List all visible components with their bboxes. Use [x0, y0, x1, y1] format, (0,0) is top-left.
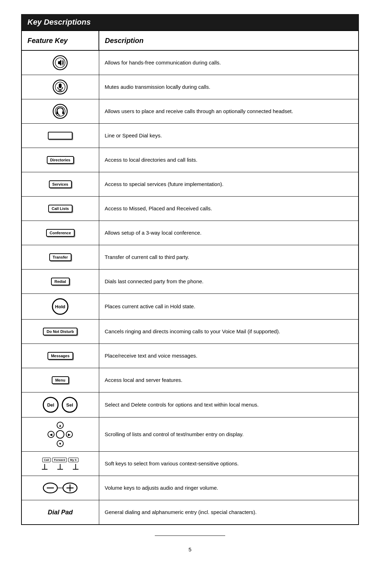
svg-point-26	[56, 431, 64, 438]
feature-key-mute	[21, 75, 99, 99]
svg-text:Hold: Hold	[55, 304, 65, 309]
desc-volume: Volume keys to adjusts audio and ringer …	[99, 476, 359, 500]
svg-text:Del: Del	[47, 402, 54, 408]
table-row: Conference Allows setup of a 3-way local…	[21, 221, 359, 245]
navigation-icon: ▲ ▼ ◀ ▶	[48, 422, 73, 447]
del-icon: Del	[43, 397, 59, 413]
svg-rect-11	[62, 111, 64, 114]
mute-icon	[52, 79, 68, 95]
desc-dialpad: General dialing and alphanumeric entry (…	[99, 500, 359, 525]
table-row: Transfer Transfer of current call to thi…	[21, 245, 359, 270]
svg-text:▲: ▲	[58, 423, 62, 427]
desc-mute: Mutes audio transmission locally during …	[99, 75, 359, 99]
desc-redial: Dials last connected party from the phon…	[99, 270, 359, 294]
key-descriptions-table: Feature Key Description	[21, 30, 359, 525]
desc-softkeys: Soft keys to select from various context…	[99, 452, 359, 476]
desc-directories: Access to local directories and call lis…	[99, 148, 359, 172]
feature-key-redial: Redial	[21, 270, 99, 294]
desc-del-sel: Select and Delete controls for options a…	[99, 392, 359, 417]
feature-key-directories: Directories	[21, 148, 99, 172]
calllists-key-icon: Call Lists	[48, 205, 72, 212]
table-row: ▲ ▼ ◀ ▶	[21, 417, 359, 452]
sel-icon: Sel	[62, 397, 78, 413]
svg-text:◀: ◀	[50, 433, 52, 437]
headset-icon	[52, 104, 68, 119]
redial-key-icon: Redial	[51, 278, 70, 285]
svg-marker-2	[58, 60, 61, 66]
svg-text:Sel: Sel	[66, 402, 73, 408]
table-row: Menu Access local and server features.	[21, 368, 359, 392]
feature-key-messages: Messages	[21, 344, 99, 368]
footer-divider	[155, 536, 225, 536]
desc-calllists: Access to Missed, Placed and Received ca…	[99, 197, 359, 221]
page-wrapper: Key Descriptions Feature Key Description	[21, 14, 359, 552]
hold-icon: Hold	[52, 298, 69, 315]
col-header-description: Description	[99, 31, 359, 50]
table-row: Mutes audio transmission locally during …	[21, 75, 359, 99]
feature-key-volume	[21, 476, 99, 500]
volume-keys-icon	[43, 482, 78, 494]
svg-rect-5	[59, 83, 62, 88]
feature-key-dialpad: Dial Pad	[21, 500, 99, 525]
feature-key-donotdisturb: Do Not Disturb	[21, 320, 99, 344]
table-row: Call Lists Access to Missed, Placed and …	[21, 197, 359, 221]
desc-nav: Scrolling of lists and control of text/n…	[99, 417, 359, 452]
feature-key-speaker	[21, 50, 99, 75]
feature-key-softkeys: Call Forward My S	[21, 452, 99, 476]
desc-headset: Allows users to place and receive calls …	[99, 99, 359, 124]
table-row: Do Not Disturb Cancels ringing and direc…	[21, 320, 359, 344]
table-row: Line or Speed Dial keys.	[21, 124, 359, 148]
feature-key-services: Services	[21, 172, 99, 197]
desc-menu: Access local and server features.	[99, 368, 359, 392]
services-key-icon: Services	[49, 180, 72, 188]
desc-donotdisturb: Cancels ringing and directs incoming cal…	[99, 320, 359, 344]
table-row: Allows users to place and receive calls …	[21, 99, 359, 124]
desc-hold: Places current active call in Hold state…	[99, 294, 359, 320]
svg-text:▼: ▼	[58, 442, 62, 446]
table-row: Volume keys to adjusts audio and ringer …	[21, 476, 359, 500]
softkeys-icon: Call Forward My S	[42, 458, 78, 470]
feature-key-calllists: Call Lists	[21, 197, 99, 221]
desc-services: Access to special services (future imple…	[99, 172, 359, 197]
table-row: Allows for hands-free communication duri…	[21, 50, 359, 75]
col-header-feature: Feature Key	[21, 31, 99, 50]
conference-key-icon: Conference	[46, 229, 75, 237]
table-row: Dial Pad General dialing and alphanumeri…	[21, 500, 359, 525]
messages-key-icon: Messages	[48, 352, 73, 360]
feature-key-line	[21, 124, 99, 148]
dialpad-label: Dial Pad	[48, 509, 73, 516]
feature-key-headset	[21, 99, 99, 124]
line-key-icon	[48, 132, 72, 140]
transfer-key-icon: Transfer	[49, 253, 71, 261]
feature-key-del-sel: Del Sel	[21, 392, 99, 417]
table-row: Del Sel Select and Delete controls for o…	[21, 392, 359, 417]
table-row: Messages Place/receive text and voice me…	[21, 344, 359, 368]
svg-text:▶: ▶	[68, 433, 71, 437]
desc-transfer: Transfer of current call to third party.	[99, 245, 359, 270]
donotdisturb-key-icon: Do Not Disturb	[43, 328, 77, 335]
feature-key-nav: ▲ ▼ ◀ ▶	[21, 417, 99, 452]
desc-line: Line or Speed Dial keys.	[99, 124, 359, 148]
table-row: Redial Dials last connected party from t…	[21, 270, 359, 294]
desc-messages: Place/receive text and voice messages.	[99, 344, 359, 368]
table-row: Call Forward My S	[21, 452, 359, 476]
table-row: Hold Places current active call in Hold …	[21, 294, 359, 320]
speaker-icon	[52, 55, 68, 70]
desc-conference: Allows setup of a 3-way local conference…	[99, 221, 359, 245]
table-row: Directories Access to local directories …	[21, 148, 359, 172]
feature-key-transfer: Transfer	[21, 245, 99, 270]
directories-key-icon: Directories	[47, 156, 74, 164]
feature-key-conference: Conference	[21, 221, 99, 245]
page-number: 5	[21, 546, 359, 552]
feature-key-menu: Menu	[21, 368, 99, 392]
table-row: Services Access to special services (fut…	[21, 172, 359, 197]
feature-key-hold: Hold	[21, 294, 99, 320]
menu-key-icon: Menu	[52, 376, 69, 384]
section-header: Key Descriptions	[21, 14, 359, 30]
desc-speaker: Allows for hands-free communication duri…	[99, 50, 359, 75]
